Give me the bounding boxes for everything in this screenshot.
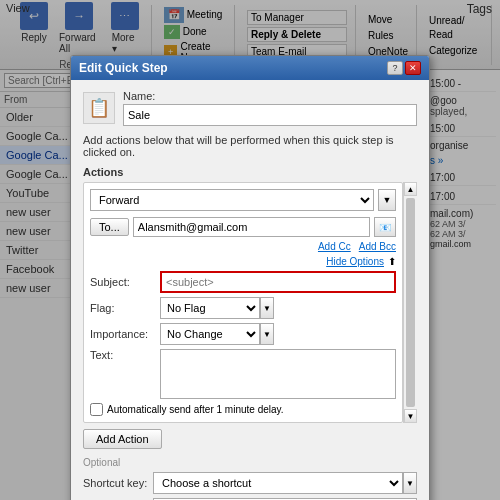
- action-type-row: Forward ▼: [90, 189, 396, 211]
- edit-quick-step-modal: Edit Quick Step ? ✕ 📋 Name: Add acti: [70, 55, 430, 500]
- hide-options-row: Hide Options ⬆: [90, 256, 396, 267]
- hide-options-link[interactable]: Hide Options: [326, 256, 384, 267]
- name-row: 📋 Name:: [83, 90, 417, 126]
- subject-label: Subject:: [90, 276, 160, 288]
- action-section-wrapper: Forward ▼ To... 📧 Add Cc: [83, 182, 417, 423]
- modal-close-button[interactable]: ✕: [405, 61, 421, 75]
- scroll-thumb[interactable]: [406, 198, 415, 407]
- text-textarea[interactable]: [160, 349, 396, 399]
- action-dropdown-arrow[interactable]: ▼: [378, 189, 396, 211]
- modal-body: 📋 Name: Add actions below that will be p…: [71, 80, 429, 500]
- add-bcc-link[interactable]: Add Bcc: [359, 241, 396, 252]
- quick-step-icon: 📋: [83, 92, 115, 124]
- actions-label: Actions: [83, 166, 417, 178]
- flag-row: Flag: No Flag ▼: [90, 297, 396, 319]
- name-field-label: Name:: [123, 90, 417, 102]
- outlook-background: View Tags ↩ Reply → Forward All ⋯ More ▾: [0, 0, 500, 500]
- modal-help-button[interactable]: ?: [387, 61, 403, 75]
- scroll-up-arrow[interactable]: ▲: [404, 182, 417, 196]
- name-input[interactable]: [123, 104, 417, 126]
- flag-select[interactable]: No Flag: [160, 297, 260, 319]
- shortcut-dropdown-arrow[interactable]: ▼: [403, 472, 417, 494]
- modal-title: Edit Quick Step: [79, 61, 168, 75]
- hide-options-icon: ⬆: [388, 256, 396, 267]
- add-action-button[interactable]: Add Action: [83, 429, 162, 449]
- shortcut-row: Shortcut key: Choose a shortcut ▼: [83, 472, 417, 494]
- auto-send-label: Automatically send after 1 minute delay.: [107, 404, 284, 415]
- to-row: To... 📧: [90, 217, 396, 237]
- action-type-select[interactable]: Forward: [90, 189, 374, 211]
- scroll-down-arrow[interactable]: ▼: [404, 409, 417, 423]
- action-section: Forward ▼ To... 📧 Add Cc: [83, 182, 403, 423]
- shortcut-select[interactable]: Choose a shortcut: [153, 472, 403, 494]
- text-label: Text:: [90, 349, 160, 361]
- modal-controls: ? ✕: [387, 61, 421, 75]
- subject-input[interactable]: [160, 271, 396, 293]
- flag-dropdown-arrow[interactable]: ▼: [260, 297, 274, 319]
- modal-overlay: Edit Quick Step ? ✕ 📋 Name: Add acti: [0, 0, 500, 500]
- subject-row: Subject:: [90, 271, 396, 293]
- auto-send-checkbox[interactable]: [90, 403, 103, 416]
- shortcut-label: Shortcut key:: [83, 477, 153, 489]
- optional-section: Optional Shortcut key: Choose a shortcut…: [83, 457, 417, 500]
- modal-titlebar: Edit Quick Step ? ✕: [71, 56, 429, 80]
- add-cc-link[interactable]: Add Cc: [318, 241, 351, 252]
- flag-label: Flag:: [90, 302, 160, 314]
- importance-row: Importance: No Change ▼: [90, 323, 396, 345]
- auto-send-row: Automatically send after 1 minute delay.: [90, 403, 396, 416]
- cc-bcc-row: Add Cc Add Bcc: [90, 241, 396, 252]
- importance-select[interactable]: No Change: [160, 323, 260, 345]
- email-address-book-icon[interactable]: 📧: [374, 217, 396, 237]
- text-row: Text:: [90, 349, 396, 399]
- description-text: Add actions below that will be performed…: [83, 134, 417, 158]
- action-scrollbar[interactable]: ▲ ▼: [403, 182, 417, 423]
- name-right: Name:: [123, 90, 417, 126]
- to-button[interactable]: To...: [90, 218, 129, 236]
- to-email-input[interactable]: [133, 217, 370, 237]
- importance-dropdown-arrow[interactable]: ▼: [260, 323, 274, 345]
- optional-label: Optional: [83, 457, 417, 468]
- importance-label: Importance:: [90, 328, 160, 340]
